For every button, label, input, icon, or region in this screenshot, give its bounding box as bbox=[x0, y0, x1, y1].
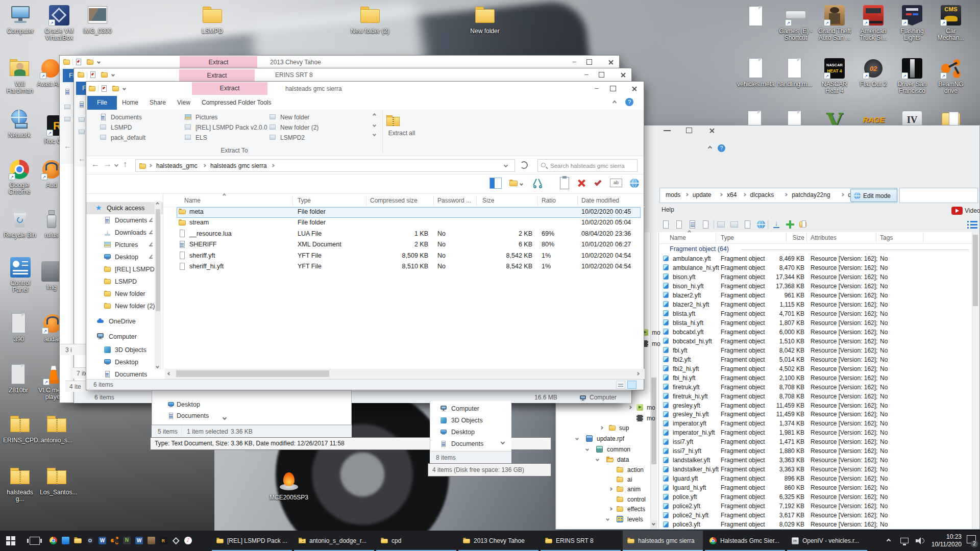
task-view-button[interactable] bbox=[30, 537, 40, 545]
openiv-search-field[interactable] bbox=[899, 188, 978, 203]
qat-folder-icon[interactable] bbox=[86, 58, 94, 66]
cpd-sidebar-item[interactable]: 3D Objects bbox=[451, 417, 483, 424]
taskbar-pinned-word[interactable]: W bbox=[135, 536, 143, 545]
column-header-ratio[interactable]: Ratio bbox=[542, 197, 556, 204]
tree-item-mo[interactable]: mo bbox=[652, 340, 660, 347]
sidebar-item-documents[interactable]: Documents bbox=[115, 371, 147, 378]
openiv-row-name[interactable]: police2.yft bbox=[673, 503, 700, 510]
extract-destination[interactable]: New folder bbox=[280, 114, 309, 121]
add-file-icon[interactable] bbox=[785, 219, 795, 230]
sidebar-folder[interactable]: New folder (2) bbox=[115, 303, 155, 310]
cpd-sidebar-item[interactable]: Computer bbox=[451, 405, 479, 412]
desktop-icon[interactable]: Z810br bbox=[3, 363, 34, 394]
tray-expand-icon[interactable] bbox=[887, 539, 891, 543]
openiv-breadcrumb-dlcpacks[interactable]: dlcpacks bbox=[750, 191, 774, 198]
openiv-breadcrumb-update[interactable]: update bbox=[693, 191, 712, 198]
file-cell[interactable]: meta bbox=[189, 208, 204, 215]
list-view-icon[interactable] bbox=[967, 219, 978, 230]
openiv-row-name[interactable]: issi7_hi.yft bbox=[673, 447, 701, 455]
extract-destination[interactable]: Pictures bbox=[195, 114, 217, 121]
rename-icon[interactable]: ab bbox=[610, 179, 622, 187]
qat-customize-icon[interactable] bbox=[97, 60, 101, 64]
tab-home[interactable]: Home bbox=[122, 99, 138, 106]
desktop-icon[interactable]: CMS↗Car Mechan... bbox=[933, 4, 969, 41]
desktop-icon[interactable]: NASCARHEAT 4↗NASCAR Heat 4 bbox=[817, 57, 852, 94]
sidebar-item-computer[interactable]: Computer bbox=[109, 333, 137, 340]
desktop-icon[interactable]: 390 bbox=[4, 312, 34, 343]
main-minimize-button[interactable]: – bbox=[587, 82, 606, 95]
column-header-password----[interactable]: Password ... bbox=[437, 197, 471, 204]
desktop-icon[interactable]: vehicles.meta bbox=[736, 57, 776, 88]
taskbar-pinned-music[interactable]: ♪ bbox=[184, 536, 192, 545]
tahoe-close-button[interactable] bbox=[602, 56, 620, 69]
openiv-row-name[interactable]: ambulance.yft bbox=[673, 255, 711, 262]
refresh-icon[interactable] bbox=[520, 161, 528, 169]
taskbar-pinned-game[interactable] bbox=[147, 536, 156, 545]
column-header-type[interactable]: Type bbox=[298, 197, 311, 204]
desktop-icon[interactable]: LSMPD bbox=[195, 4, 230, 35]
erins-titlebar[interactable] bbox=[74, 68, 631, 82]
openiv-row-name[interactable]: bison.yft bbox=[673, 273, 696, 281]
file-cell[interactable]: SHERIFF bbox=[189, 241, 216, 248]
taskbar-pinned-chrome[interactable] bbox=[49, 536, 58, 545]
qat-folder-icon[interactable] bbox=[63, 58, 70, 66]
tree-scroll-down-button[interactable] bbox=[650, 520, 657, 529]
view-list-icon[interactable] bbox=[616, 381, 625, 389]
address-dropdown-icon[interactable] bbox=[504, 163, 508, 167]
openiv-row-name[interactable]: landstalker.yft bbox=[673, 457, 710, 464]
desktop-icon[interactable]: Control Panel bbox=[3, 256, 38, 293]
sidebar-scroll-thumb[interactable] bbox=[156, 209, 160, 311]
openiv-row-name[interactable]: fbi_hi.yft bbox=[673, 374, 696, 382]
desktop-icon[interactable]: ↗Oracle VM VirtualBox bbox=[39, 4, 80, 41]
taskbar-pinned-steam[interactable] bbox=[86, 536, 94, 545]
openiv-row-name[interactable]: lguard.yft bbox=[673, 475, 698, 482]
taskbar-pinned-edge[interactable] bbox=[61, 536, 70, 545]
qat-folder-icon[interactable] bbox=[101, 71, 108, 79]
taskbar-button[interactable]: IVOpenIV - vehicles.r... bbox=[787, 531, 867, 551]
youtube-icon[interactable] bbox=[951, 207, 963, 215]
extract-destination[interactable]: ELS bbox=[195, 134, 207, 141]
file-cell[interactable]: sheriff.yft bbox=[189, 252, 215, 259]
openiv-help-menu[interactable]: Help bbox=[662, 206, 674, 213]
openiv-vscroll-thumb[interactable] bbox=[973, 235, 978, 306]
breadcrumb-halsteads-gmc[interactable]: halsteads_gmc bbox=[156, 162, 198, 169]
sidebar-item-onedrive[interactable]: OneDrive bbox=[109, 318, 136, 325]
desktop-icon[interactable]: New folder (2) bbox=[350, 4, 390, 35]
desktop-icon[interactable]: Will Hardiman bbox=[2, 57, 38, 94]
openiv-column-attributes[interactable]: Attributes bbox=[811, 234, 837, 241]
main-titlebar[interactable] bbox=[86, 82, 644, 95]
openiv-minimize-button[interactable] bbox=[664, 130, 671, 131]
openiv-row-name[interactable]: bobcatxl_hi.yft bbox=[673, 338, 712, 345]
qat-folder-icon[interactable] bbox=[88, 85, 96, 92]
openiv-row-name[interactable]: lguard_hi.yft bbox=[673, 484, 706, 491]
sidebar-folder[interactable]: New folder bbox=[115, 290, 145, 297]
column-header-date-modified[interactable]: Date modified bbox=[581, 197, 619, 204]
openiv-column-type[interactable]: Type bbox=[721, 234, 734, 241]
openiv-row-name[interactable]: landstalker_hi.yft bbox=[673, 466, 719, 473]
openiv-toolbar-icon[interactable] bbox=[743, 220, 752, 229]
tree-item-levels[interactable]: levels bbox=[627, 516, 643, 523]
openiv-row-name[interactable]: firetruk_hi.yft bbox=[673, 393, 708, 400]
taskbar-pinned-word[interactable]: W bbox=[98, 536, 107, 545]
main-extract-tab[interactable]: Extract bbox=[192, 82, 267, 95]
desktop-icon[interactable]: ↗BeamNG drive bbox=[933, 57, 969, 94]
extract-all-button[interactable]: Extract all bbox=[385, 111, 418, 154]
tree-item-mo[interactable]: mo bbox=[652, 329, 660, 336]
tahoe-maximize-button[interactable] bbox=[586, 59, 592, 65]
taskbar-button[interactable]: Halsteads Gmc Sier... bbox=[705, 531, 785, 551]
openiv-row-name[interactable]: blista_hi.yft bbox=[673, 319, 703, 327]
confirm-icon[interactable] bbox=[593, 178, 604, 189]
column-header-compressed-size[interactable]: Compressed size bbox=[370, 197, 418, 204]
extract-destination[interactable]: New folder (2) bbox=[280, 124, 318, 131]
extract-destination[interactable]: pack_default bbox=[111, 134, 145, 141]
openiv-row-name[interactable]: firetruk.yft bbox=[673, 384, 700, 391]
sidebar-item-downloads[interactable]: Downloads bbox=[115, 229, 146, 236]
tahoe-titlebar[interactable] bbox=[60, 56, 619, 69]
openiv-row-name[interactable]: issi7.yft bbox=[673, 438, 693, 445]
openiv-breadcrumb-patchday22ng[interactable]: patchday22ng bbox=[792, 191, 830, 198]
folder-dropdown-icon[interactable] bbox=[520, 182, 523, 186]
cpd-sidebar-item[interactable]: Desktop bbox=[451, 429, 475, 436]
openiv-toolbar-icon[interactable] bbox=[688, 220, 697, 229]
sidebar-quick-access[interactable]: ★Quick access bbox=[86, 202, 163, 214]
desktop-icon[interactable]: handling.m... bbox=[776, 57, 814, 88]
